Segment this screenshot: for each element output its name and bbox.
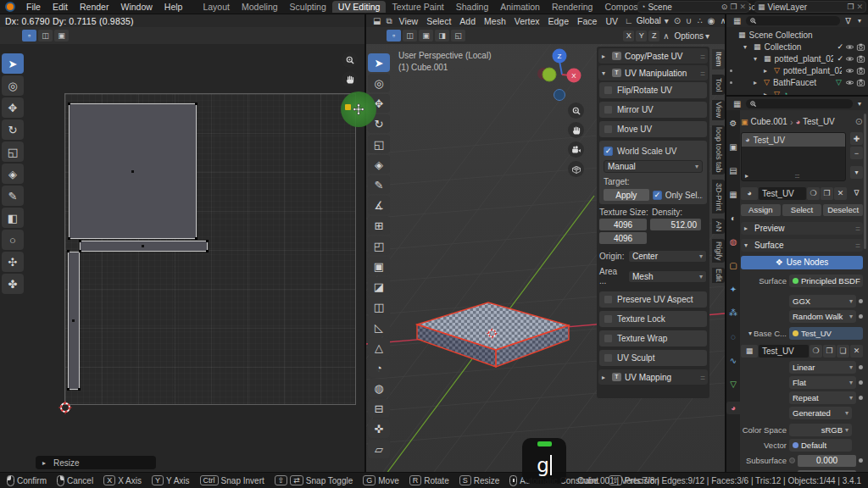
uv-tool-cursor[interactable]: ◎ bbox=[2, 75, 24, 96]
uv-vertex[interactable] bbox=[78, 388, 81, 391]
tool-spin[interactable]: ◔ bbox=[368, 358, 390, 377]
row-partial[interactable]: ▸ ▽ ◔ bbox=[726, 88, 868, 95]
expand-icon[interactable]: ▸ bbox=[754, 79, 760, 86]
eye-icon[interactable] bbox=[845, 42, 854, 52]
falloff-icon[interactable]: ∧ bbox=[719, 16, 725, 25]
tool-poly-build[interactable]: △ bbox=[368, 338, 390, 357]
checkbox[interactable] bbox=[604, 295, 613, 304]
navigation-gizmo[interactable]: X Z bbox=[532, 44, 587, 107]
tool-annotate[interactable]: ✎ bbox=[368, 175, 390, 194]
checkbox[interactable] bbox=[604, 105, 613, 114]
drag-handle[interactable]: :::: bbox=[700, 374, 704, 381]
select-mode-extra[interactable]: ◱ bbox=[451, 30, 465, 42]
expand-icon[interactable]: ▾ bbox=[745, 330, 752, 337]
row-scene-collection[interactable]: ▦ Scene Collection bbox=[726, 29, 868, 41]
menu-vertex[interactable]: Vertex bbox=[511, 16, 543, 26]
area-dropdown[interactable]: Mesh ▾ bbox=[628, 270, 707, 283]
menu-render[interactable]: Render bbox=[74, 0, 114, 14]
use-nodes-button[interactable]: ❖ Use Nodes bbox=[741, 256, 863, 269]
toggle-texture-wrap[interactable]: Texture Wrap bbox=[599, 330, 707, 347]
falloff-curve-icon[interactable]: ∧ bbox=[661, 31, 670, 41]
snap-magnet-icon[interactable]: ∪ bbox=[684, 16, 693, 25]
menu-uv[interactable]: UV bbox=[602, 16, 621, 26]
menu-help[interactable]: Help bbox=[159, 0, 189, 14]
workspace-tab-rendering[interactable]: Rendering bbox=[546, 1, 598, 13]
unlink-close-icon[interactable]: ✕ bbox=[850, 345, 863, 358]
render-camera-icon[interactable] bbox=[856, 78, 865, 87]
texture-height-field[interactable]: 4096 bbox=[599, 232, 647, 244]
keyframe-dot[interactable] bbox=[859, 396, 863, 400]
section-copy-paste-uv[interactable]: ▸ T Copy/Paste UV :::: bbox=[598, 48, 708, 64]
row-potted-plant-collection[interactable]: ▾ ▦ potted_plant_02 ✓ bbox=[726, 53, 868, 64]
add-slot-button[interactable]: ✚ bbox=[850, 132, 863, 145]
pin-icon[interactable]: ⊙ bbox=[855, 116, 863, 127]
distribution-dropdown[interactable]: GGX ▾ bbox=[789, 295, 856, 308]
workspace-tab-texture-paint[interactable]: Texture Paint bbox=[386, 1, 449, 13]
drag-handle[interactable]: :::: bbox=[700, 69, 704, 77]
tab-item[interactable]: Item bbox=[712, 49, 725, 69]
drag-handle[interactable]: :::: bbox=[855, 225, 860, 232]
toggle-move-uv[interactable]: Move UV bbox=[599, 121, 707, 137]
material-name-field[interactable]: Test_UV bbox=[759, 187, 806, 200]
workspace-tab-layout[interactable]: Layout bbox=[197, 1, 236, 13]
tool-cursor[interactable]: ◎ bbox=[368, 74, 390, 92]
uv-vertex[interactable] bbox=[206, 250, 209, 252]
breadcrumb-object[interactable]: Cube.001 bbox=[751, 117, 787, 126]
checkbox-checked[interactable]: ✓ bbox=[604, 147, 613, 156]
uv-canvas[interactable]: ▸ Resize bbox=[0, 44, 364, 472]
origin-dropdown[interactable]: Center ▾ bbox=[628, 250, 707, 263]
uv-tool-transform[interactable]: ◈ bbox=[2, 164, 24, 184]
uv-face-dot[interactable] bbox=[142, 245, 144, 247]
tab-tool[interactable]: ⚙ bbox=[726, 117, 740, 130]
tool-tweak-select[interactable]: ➤ bbox=[368, 53, 390, 72]
new-copy-icon[interactable]: ❐ bbox=[823, 345, 836, 358]
tab-object-data[interactable]: ▽ bbox=[726, 378, 740, 391]
uv-tool-pinch[interactable]: ✣ bbox=[2, 252, 24, 272]
toggle-preserve-uv-aspect[interactable]: Preserve UV Aspect bbox=[599, 291, 707, 308]
toggle-mirror-uv[interactable]: Mirror UV bbox=[599, 102, 707, 118]
remove-slot-button[interactable]: − bbox=[850, 147, 863, 159]
keyframe-dot[interactable] bbox=[859, 458, 863, 463]
uv-tool-grab[interactable]: ◧ bbox=[2, 208, 24, 228]
workspace-tab-sculpting[interactable]: Sculpting bbox=[284, 1, 332, 13]
axis-y-ball[interactable] bbox=[542, 68, 556, 81]
checkbox[interactable] bbox=[604, 86, 613, 95]
workspace-tab-uv-editing[interactable]: UV Editing bbox=[332, 1, 387, 13]
tool-loop-cut[interactable]: ◫ bbox=[368, 297, 390, 316]
menu-edge[interactable]: Edge bbox=[545, 16, 573, 26]
tab-view[interactable]: View bbox=[712, 100, 725, 120]
uv-select-mode-face[interactable]: ▣ bbox=[54, 30, 69, 42]
tool-transform[interactable]: ◈ bbox=[368, 155, 390, 174]
density-field[interactable]: 512.00 bbox=[650, 219, 701, 230]
tab-loop-tools[interactable]: loop tools tab bbox=[712, 125, 725, 175]
expand-icon[interactable]: ▾ bbox=[754, 55, 760, 63]
deselect-button[interactable]: Deselect bbox=[823, 204, 863, 216]
menu-mesh[interactable]: Mesh bbox=[481, 16, 509, 26]
select-button[interactable]: Select bbox=[782, 204, 822, 216]
render-camera-icon[interactable] bbox=[856, 66, 865, 75]
uv-vertex[interactable] bbox=[68, 103, 70, 105]
mirror-y-button[interactable]: Y bbox=[636, 30, 647, 42]
copy-icon[interactable]: ❐ bbox=[730, 3, 737, 11]
row-bathfaucet[interactable]: ▸ ▽ BathFaucet ▽ bbox=[726, 76, 868, 88]
menu-face[interactable]: Face bbox=[574, 16, 600, 26]
uv-select-mode-edge[interactable]: ◫ bbox=[38, 30, 53, 42]
viewport-zoom-button[interactable] bbox=[568, 103, 584, 119]
eye-icon[interactable] bbox=[845, 78, 854, 87]
tool-add-cube[interactable]: ⊞ bbox=[368, 216, 390, 235]
select-mode-vertex[interactable]: ▫ bbox=[387, 30, 401, 42]
toggle-uv-sculpt[interactable]: UV Sculpt bbox=[599, 350, 707, 366]
tool-shear[interactable]: ▱ bbox=[368, 440, 390, 458]
checkbox-icon[interactable]: ✓ bbox=[837, 54, 843, 63]
menu-select[interactable]: Select bbox=[423, 16, 454, 26]
surface-panel-header[interactable]: ▾ Surface :::: bbox=[741, 239, 863, 252]
keyframe-dot[interactable] bbox=[859, 299, 863, 303]
expand-icon[interactable]: ▸ bbox=[764, 67, 771, 75]
menu-window[interactable]: Window bbox=[114, 0, 158, 14]
new-copy-icon[interactable]: ❐ bbox=[821, 187, 833, 200]
uv-tool-tweak-select[interactable]: ➤ bbox=[2, 53, 24, 74]
properties-scrollbar[interactable] bbox=[864, 114, 866, 249]
texture-width-field[interactable]: 4096 bbox=[599, 219, 647, 230]
material-slot-active[interactable]: ◕ Test_UV bbox=[742, 133, 845, 147]
tool-smooth[interactable]: ◍ bbox=[368, 379, 390, 397]
